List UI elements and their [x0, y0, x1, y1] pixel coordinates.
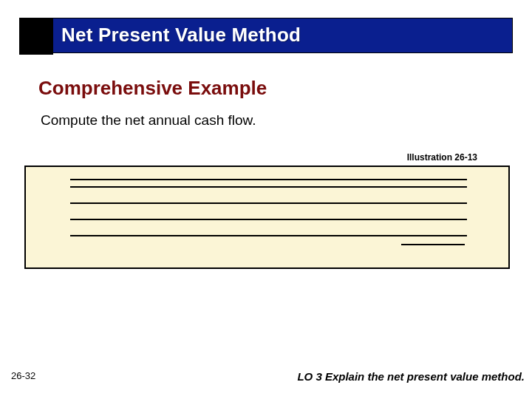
- illustration-table: [70, 171, 467, 251]
- banner-tab: [19, 18, 53, 55]
- title-banner: Net Present Value Method: [19, 18, 513, 53]
- table-row: [70, 179, 467, 186]
- page-number: 26-32: [11, 370, 35, 381]
- table-row: [70, 171, 467, 179]
- learning-objective: LO 3 Explain the net present value metho…: [297, 370, 525, 383]
- instruction-text: Compute the net annual cash flow.: [41, 112, 256, 129]
- illustration-label: Illustration 26-13: [407, 152, 477, 163]
- banner-title: Net Present Value Method: [61, 24, 301, 47]
- table-row: [70, 235, 467, 251]
- section-title: Comprehensive Example: [38, 77, 267, 100]
- table-row: [70, 219, 467, 235]
- table-row: [70, 202, 467, 219]
- illustration-box: [24, 166, 510, 269]
- total-underline: [401, 244, 465, 245]
- table-row: [70, 186, 467, 202]
